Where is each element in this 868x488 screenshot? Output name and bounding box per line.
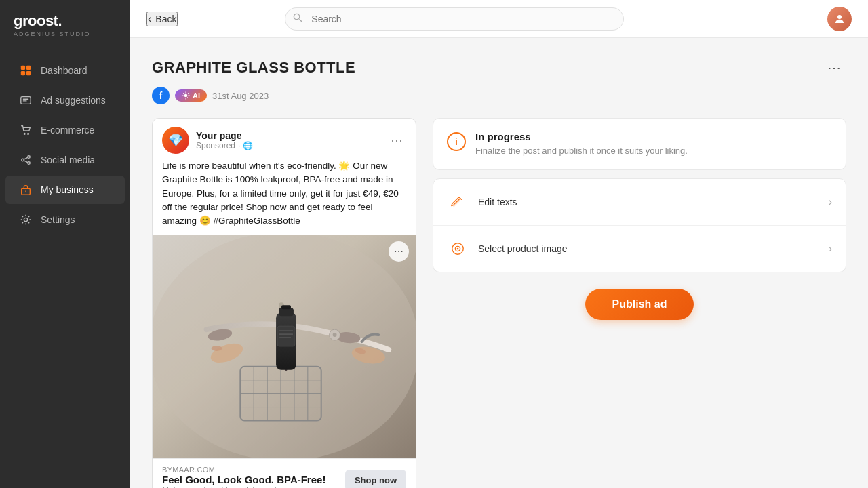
svg-point-6: [28, 134, 29, 135]
svg-point-44: [457, 248, 459, 250]
bullet: ·: [238, 141, 240, 150]
back-label: Back: [155, 14, 176, 24]
page-title: GRAPHITE GLASS BOTTLE: [152, 59, 355, 77]
dashboard-icon: [19, 64, 33, 77]
publish-button-wrapper: Publish ad: [433, 283, 846, 320]
title-row: GRAPHITE GLASS BOTTLE ⋯: [152, 57, 846, 79]
edit-icon: [447, 191, 469, 213]
my-business-icon: [19, 183, 33, 197]
ad-header: 💎 Your page Sponsored · 🌐 ⋯: [153, 119, 416, 159]
edit-texts-action[interactable]: Edit texts ›: [433, 179, 846, 226]
logo-text: groost.: [14, 12, 117, 30]
sidebar-item-ad-suggestions[interactable]: Ad suggestions: [5, 86, 125, 115]
sidebar-item-dashboard[interactable]: Dashboard: [5, 56, 125, 85]
post-date: 31st Aug 2023: [212, 91, 269, 101]
status-description: Finalize the post and publish it once it…: [475, 145, 688, 157]
svg-point-13: [837, 15, 842, 19]
status-card: i In progress Finalize the post and publ…: [433, 118, 846, 170]
sidebar-item-label: Dashboard: [41, 65, 87, 76]
shop-now-button[interactable]: Shop now: [345, 470, 406, 488]
select-image-label: Select product image: [478, 243, 819, 254]
sidebar-item-social-media[interactable]: Social media: [5, 146, 125, 174]
settings-icon: [19, 213, 33, 226]
publish-ad-button[interactable]: Publish ad: [585, 289, 694, 320]
image-icon: [447, 238, 469, 260]
main-content: ‹ Back GRAPHITE GLASS BOTTLE ⋯ f AI 31st: [130, 0, 868, 488]
status-icon: i: [447, 132, 466, 151]
ad-page-info: Your page Sponsored · 🌐: [196, 130, 253, 150]
ad-more-button[interactable]: ⋯: [387, 131, 406, 150]
svg-rect-0: [21, 66, 25, 70]
tags-row: f AI 31st Aug 2023: [152, 87, 846, 104]
svg-point-37: [333, 333, 337, 337]
social-media-icon: [19, 153, 33, 167]
ad-tagline: Make a sustainable switch now!: [162, 485, 326, 488]
sidebar-item-label: E-commerce: [41, 125, 94, 136]
svg-rect-2: [21, 71, 25, 75]
logo-subtitle: ADGENIUS STUDIO: [14, 30, 117, 37]
svg-rect-32: [277, 326, 295, 346]
ai-tag: AI: [175, 89, 207, 102]
actions-card: Edit texts › Select product image: [433, 178, 846, 272]
select-image-action[interactable]: Select product image ›: [433, 226, 846, 272]
globe-icon: 🌐: [243, 141, 253, 150]
ad-page-name: Your page: [196, 130, 253, 141]
search-container: [285, 7, 624, 30]
svg-point-40: [212, 346, 222, 351]
logo-area: groost. ADGENIUS STUDIO: [0, 0, 130, 48]
svg-point-14: [184, 94, 188, 98]
search-input[interactable]: [285, 7, 624, 30]
edit-texts-label: Edit texts: [478, 197, 819, 207]
sidebar: groost. ADGENIUS STUDIO Dashboard Ad sug…: [0, 0, 130, 488]
sidebar-item-settings[interactable]: Settings: [5, 205, 125, 234]
two-column-layout: 💎 Your page Sponsored · 🌐 ⋯ Life is more…: [152, 118, 846, 488]
user-avatar[interactable]: [827, 7, 852, 31]
logo-word: groost.: [14, 12, 62, 29]
sidebar-item-e-commerce[interactable]: E-commerce: [5, 116, 125, 144]
svg-point-5: [24, 134, 25, 135]
ad-suggestions-icon: [19, 94, 33, 107]
svg-point-11: [24, 218, 27, 221]
svg-rect-4: [21, 97, 31, 104]
sidebar-item-label: Settings: [41, 214, 75, 225]
sidebar-nav: Dashboard Ad suggestions E-commerce Soci…: [0, 48, 130, 488]
ad-preview-card: 💎 Your page Sponsored · 🌐 ⋯ Life is more…: [152, 118, 416, 488]
edit-texts-chevron: ›: [829, 196, 832, 208]
svg-point-12: [294, 14, 300, 19]
back-arrow-icon: ‹: [148, 13, 151, 25]
more-options-button[interactable]: ⋯: [822, 57, 846, 79]
status-title: In progress: [475, 131, 688, 142]
right-panel: i In progress Finalize the post and publ…: [433, 118, 846, 488]
ad-cta-area: BYMAAR.COM Feel Good, Look Good. BPA-Fre…: [153, 458, 416, 488]
ad-image: ⋯: [153, 235, 416, 458]
back-button[interactable]: ‹ Back: [146, 12, 178, 26]
sidebar-item-label: Ad suggestions: [41, 95, 106, 106]
page-header: ‹ Back: [130, 0, 868, 38]
ad-body-text: Life is more beautiful when it's eco-fri…: [153, 159, 416, 235]
ad-cta-info: BYMAAR.COM Feel Good, Look Good. BPA-Fre…: [162, 466, 326, 488]
status-info: In progress Finalize the post and publis…: [475, 131, 688, 157]
ai-label: AI: [193, 92, 200, 100]
ad-domain: BYMAAR.COM: [162, 466, 326, 474]
page-content-area: GRAPHITE GLASS BOTTLE ⋯ f AI 31st Aug 20…: [130, 38, 868, 488]
select-image-chevron: ›: [829, 243, 832, 255]
e-commerce-icon: [19, 123, 33, 137]
sidebar-item-label: Social media: [41, 155, 95, 165]
sidebar-item-label: My business: [41, 184, 94, 195]
sidebar-item-my-business[interactable]: My business: [5, 176, 125, 204]
ad-headline: Feel Good, Look Good. BPA-Free!: [162, 474, 326, 485]
svg-rect-1: [26, 66, 31, 70]
ad-page-avatar: 💎: [162, 127, 189, 154]
search-icon: [293, 13, 302, 25]
svg-rect-3: [26, 71, 31, 75]
svg-rect-31: [281, 306, 291, 310]
facebook-tag: f: [152, 87, 170, 104]
ad-sponsored-label: Sponsored · 🌐: [196, 141, 253, 150]
